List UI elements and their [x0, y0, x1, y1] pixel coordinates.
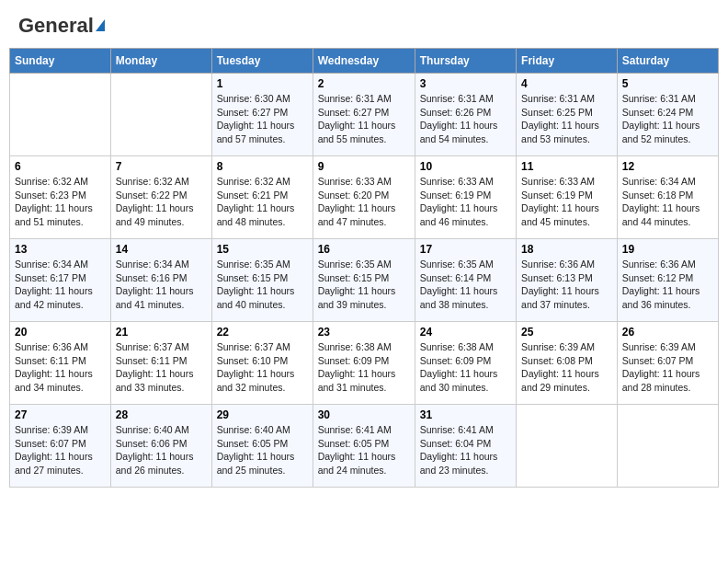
- day-info: Sunrise: 6:40 AMSunset: 6:06 PMDaylight:…: [116, 424, 194, 476]
- day-info: Sunrise: 6:34 AMSunset: 6:16 PMDaylight:…: [116, 259, 194, 310]
- logo-general-text: General: [18, 14, 94, 38]
- day-info: Sunrise: 6:34 AMSunset: 6:17 PMDaylight:…: [15, 259, 93, 310]
- weekday-header-friday: Friday: [517, 49, 618, 74]
- calendar-cell: 20 Sunrise: 6:36 AMSunset: 6:11 PMDaylig…: [10, 322, 111, 405]
- day-number: 10: [420, 160, 511, 173]
- day-info: Sunrise: 6:32 AMSunset: 6:22 PMDaylight:…: [116, 176, 194, 227]
- logo: General: [18, 14, 105, 34]
- day-info: Sunrise: 6:30 AMSunset: 6:27 PMDaylight:…: [217, 93, 295, 144]
- calendar-cell: 29 Sunrise: 6:40 AMSunset: 6:05 PMDaylig…: [211, 405, 313, 488]
- day-info: Sunrise: 6:33 AMSunset: 6:19 PMDaylight:…: [521, 176, 599, 227]
- day-info: Sunrise: 6:41 AMSunset: 6:04 PMDaylight:…: [420, 424, 498, 476]
- calendar-cell: 8 Sunrise: 6:32 AMSunset: 6:21 PMDayligh…: [211, 156, 313, 239]
- page-header: General: [9, 9, 719, 39]
- calendar-cell: 30 Sunrise: 6:41 AMSunset: 6:05 PMDaylig…: [313, 405, 415, 488]
- calendar-cell: 31 Sunrise: 6:41 AMSunset: 6:04 PMDaylig…: [415, 405, 516, 488]
- day-number: 4: [521, 77, 612, 90]
- day-number: 1: [217, 77, 308, 90]
- day-info: Sunrise: 6:40 AMSunset: 6:05 PMDaylight:…: [217, 424, 295, 476]
- day-number: 6: [15, 160, 106, 173]
- day-info: Sunrise: 6:39 AMSunset: 6:08 PMDaylight:…: [521, 341, 599, 393]
- calendar-cell: 22 Sunrise: 6:37 AMSunset: 6:10 PMDaylig…: [211, 322, 313, 405]
- calendar-cell: 21 Sunrise: 6:37 AMSunset: 6:11 PMDaylig…: [110, 322, 211, 405]
- calendar-cell: 5 Sunrise: 6:31 AMSunset: 6:24 PMDayligh…: [617, 74, 718, 156]
- day-info: Sunrise: 6:39 AMSunset: 6:07 PMDaylight:…: [622, 341, 700, 393]
- day-number: 3: [420, 77, 511, 90]
- day-number: 27: [15, 408, 106, 421]
- day-info: Sunrise: 6:35 AMSunset: 6:15 PMDaylight:…: [318, 259, 396, 310]
- day-info: Sunrise: 6:33 AMSunset: 6:19 PMDaylight:…: [420, 176, 498, 227]
- day-info: Sunrise: 6:35 AMSunset: 6:15 PMDaylight:…: [217, 259, 295, 310]
- day-number: 13: [15, 243, 106, 256]
- weekday-header-tuesday: Tuesday: [211, 49, 313, 74]
- calendar-cell: 6 Sunrise: 6:32 AMSunset: 6:23 PMDayligh…: [10, 156, 111, 239]
- calendar-cell: 28 Sunrise: 6:40 AMSunset: 6:06 PMDaylig…: [110, 405, 211, 488]
- calendar-cell: 24 Sunrise: 6:38 AMSunset: 6:09 PMDaylig…: [415, 322, 516, 405]
- day-number: 5: [622, 77, 713, 90]
- weekday-header-row: SundayMondayTuesdayWednesdayThursdayFrid…: [10, 49, 719, 74]
- weekday-header-wednesday: Wednesday: [313, 49, 415, 74]
- day-number: 16: [318, 243, 410, 256]
- calendar-cell: [517, 405, 618, 488]
- calendar-cell: [110, 74, 211, 156]
- day-number: 30: [318, 408, 410, 421]
- day-info: Sunrise: 6:35 AMSunset: 6:14 PMDaylight:…: [420, 259, 498, 310]
- day-info: Sunrise: 6:32 AMSunset: 6:21 PMDaylight:…: [217, 176, 295, 227]
- calendar-cell: 7 Sunrise: 6:32 AMSunset: 6:22 PMDayligh…: [110, 156, 211, 239]
- calendar-cell: 15 Sunrise: 6:35 AMSunset: 6:15 PMDaylig…: [211, 239, 313, 322]
- day-info: Sunrise: 6:36 AMSunset: 6:11 PMDaylight:…: [15, 341, 93, 393]
- day-number: 15: [217, 243, 308, 256]
- day-number: 19: [622, 243, 713, 256]
- calendar-cell: 23 Sunrise: 6:38 AMSunset: 6:09 PMDaylig…: [313, 322, 415, 405]
- weekday-header-monday: Monday: [110, 49, 211, 74]
- day-info: Sunrise: 6:34 AMSunset: 6:18 PMDaylight:…: [622, 176, 700, 227]
- calendar-cell: 16 Sunrise: 6:35 AMSunset: 6:15 PMDaylig…: [313, 239, 415, 322]
- day-number: 26: [622, 326, 713, 339]
- day-info: Sunrise: 6:36 AMSunset: 6:12 PMDaylight:…: [622, 259, 700, 310]
- day-number: 24: [420, 326, 511, 339]
- day-info: Sunrise: 6:37 AMSunset: 6:10 PMDaylight:…: [217, 341, 295, 393]
- day-number: 23: [318, 326, 410, 339]
- calendar-cell: 1 Sunrise: 6:30 AMSunset: 6:27 PMDayligh…: [211, 74, 313, 156]
- day-number: 29: [217, 408, 308, 421]
- day-number: 21: [116, 326, 207, 339]
- calendar-week-5: 27 Sunrise: 6:39 AMSunset: 6:07 PMDaylig…: [10, 405, 719, 488]
- day-info: Sunrise: 6:38 AMSunset: 6:09 PMDaylight:…: [420, 341, 498, 393]
- day-number: 25: [521, 326, 612, 339]
- calendar-cell: 13 Sunrise: 6:34 AMSunset: 6:17 PMDaylig…: [10, 239, 111, 322]
- day-number: 18: [521, 243, 612, 256]
- day-number: 28: [116, 408, 207, 421]
- day-number: 9: [318, 160, 410, 173]
- day-info: Sunrise: 6:31 AMSunset: 6:24 PMDaylight:…: [622, 93, 700, 144]
- day-number: 11: [521, 160, 612, 173]
- calendar-cell: 18 Sunrise: 6:36 AMSunset: 6:13 PMDaylig…: [517, 239, 618, 322]
- calendar-week-2: 6 Sunrise: 6:32 AMSunset: 6:23 PMDayligh…: [10, 156, 719, 239]
- day-info: Sunrise: 6:31 AMSunset: 6:27 PMDaylight:…: [318, 93, 396, 144]
- calendar-cell: 4 Sunrise: 6:31 AMSunset: 6:25 PMDayligh…: [517, 74, 618, 156]
- day-info: Sunrise: 6:39 AMSunset: 6:07 PMDaylight:…: [15, 424, 93, 476]
- calendar-cell: 3 Sunrise: 6:31 AMSunset: 6:26 PMDayligh…: [415, 74, 516, 156]
- calendar-table: SundayMondayTuesdayWednesdayThursdayFrid…: [9, 48, 719, 488]
- calendar-cell: 9 Sunrise: 6:33 AMSunset: 6:20 PMDayligh…: [313, 156, 415, 239]
- calendar-cell: 27 Sunrise: 6:39 AMSunset: 6:07 PMDaylig…: [10, 405, 111, 488]
- day-info: Sunrise: 6:38 AMSunset: 6:09 PMDaylight:…: [318, 341, 396, 393]
- weekday-header-sunday: Sunday: [10, 49, 111, 74]
- calendar-cell: 14 Sunrise: 6:34 AMSunset: 6:16 PMDaylig…: [110, 239, 211, 322]
- day-info: Sunrise: 6:32 AMSunset: 6:23 PMDaylight:…: [15, 176, 93, 227]
- day-number: 7: [116, 160, 207, 173]
- day-info: Sunrise: 6:37 AMSunset: 6:11 PMDaylight:…: [116, 341, 194, 393]
- calendar-cell: 25 Sunrise: 6:39 AMSunset: 6:08 PMDaylig…: [517, 322, 618, 405]
- day-number: 14: [116, 243, 207, 256]
- day-number: 12: [622, 160, 713, 173]
- calendar-cell: [10, 74, 111, 156]
- logo-triangle-icon: [96, 19, 105, 31]
- calendar-cell: [617, 405, 718, 488]
- day-number: 20: [15, 326, 106, 339]
- day-number: 31: [420, 408, 511, 421]
- calendar-cell: 26 Sunrise: 6:39 AMSunset: 6:07 PMDaylig…: [617, 322, 718, 405]
- day-info: Sunrise: 6:31 AMSunset: 6:25 PMDaylight:…: [521, 93, 599, 144]
- day-number: 22: [217, 326, 308, 339]
- day-info: Sunrise: 6:41 AMSunset: 6:05 PMDaylight:…: [318, 424, 396, 476]
- calendar-week-4: 20 Sunrise: 6:36 AMSunset: 6:11 PMDaylig…: [10, 322, 719, 405]
- calendar-week-3: 13 Sunrise: 6:34 AMSunset: 6:17 PMDaylig…: [10, 239, 719, 322]
